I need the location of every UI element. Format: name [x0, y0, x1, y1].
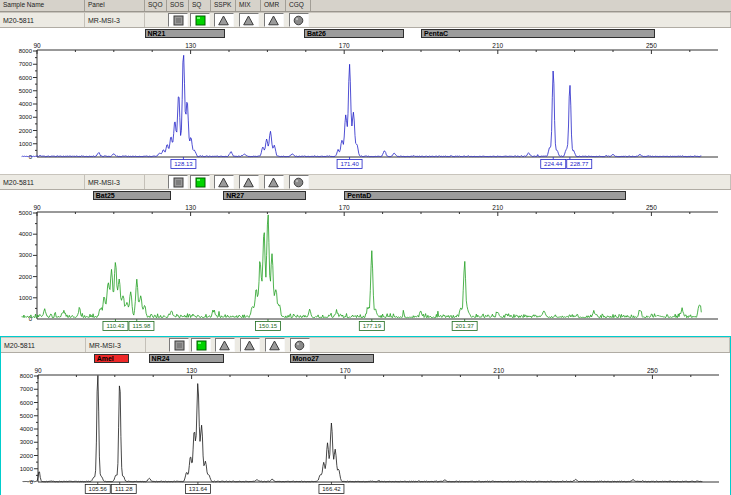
flag-omr-cell[interactable]	[261, 175, 286, 189]
row-filler	[311, 175, 731, 189]
peak-size-label[interactable]: 228.77	[567, 160, 592, 169]
flag-omr-triangle-icon[interactable]	[264, 175, 284, 189]
flag-sspk-triangle-icon[interactable]	[214, 175, 234, 189]
electropherogram-plot[interactable]: 9013017021025010002000300040005000600070…	[0, 40, 731, 171]
flag-sos-cell[interactable]	[168, 338, 190, 352]
y-tick-label: 5000	[19, 210, 33, 216]
peak-size-label[interactable]: 128.13	[171, 160, 196, 169]
marker-bar-nr21[interactable]: NR21	[145, 29, 226, 38]
marker-bar-pentad[interactable]: PentaD	[344, 191, 626, 200]
flag-cgq-circle-icon[interactable]	[289, 13, 309, 27]
trace-line	[23, 376, 703, 482]
peak-size-value: 166.42	[322, 486, 341, 492]
flag-omr-cell[interactable]	[261, 13, 286, 27]
flag-mix-cell[interactable]	[237, 338, 262, 352]
marker-label: NR24	[152, 355, 170, 362]
electropherogram-plot[interactable]: 9013017021025010002000300040005000600070…	[1, 365, 731, 495]
marker-row: AmelNR24Mono27	[1, 353, 730, 365]
electropherogram-plot[interactable]: 90130170210250100020003000400050000110.4…	[0, 202, 731, 333]
flag-sq-square-green-icon[interactable]	[190, 175, 210, 189]
marker-bar-bat26[interactable]: Bat26	[304, 29, 404, 38]
flag-sq-square-green-icon[interactable]	[190, 13, 210, 27]
marker-row: NR21Bat26PentaC	[0, 28, 731, 40]
flag-mix-cell[interactable]	[236, 175, 261, 189]
flag-sspk-cell[interactable]	[211, 175, 236, 189]
marker-bar-pentac[interactable]: PentaC	[421, 29, 655, 38]
flag-cgq-circle-icon[interactable]	[289, 175, 309, 189]
peak-size-value: 228.77	[570, 161, 589, 167]
flag-mix-triangle-icon[interactable]	[239, 175, 259, 189]
flag-sos-square-icon[interactable]	[168, 13, 188, 27]
sample-row[interactable]: M20-5811 MR-MSI-3	[0, 12, 731, 28]
peak-size-label[interactable]: 150.15	[255, 322, 280, 331]
peak-size-label[interactable]: 110.43	[103, 322, 128, 331]
flag-sq-cell[interactable]	[189, 13, 211, 27]
marker-row: Bat25NR27PentaD	[0, 190, 731, 202]
flag-cgq-cell[interactable]	[286, 13, 311, 27]
peak-size-label[interactable]: 224.44	[541, 160, 566, 169]
flag-sq-cell[interactable]	[189, 175, 211, 189]
panel-name-cell[interactable]: MR-MSI-3	[86, 338, 146, 352]
flag-sspk-cell[interactable]	[211, 13, 236, 27]
peak-size-label[interactable]: 171.40	[337, 160, 362, 169]
peak-size-value: 105.56	[89, 486, 108, 492]
row-filler	[312, 338, 730, 352]
flag-mix-triangle-icon[interactable]	[239, 13, 259, 27]
flag-sos-cell[interactable]	[167, 175, 189, 189]
marker-bar-nr27[interactable]: NR27	[223, 191, 306, 200]
marker-bar-nr24[interactable]: NR24	[149, 354, 225, 363]
flag-sq-square-green-icon[interactable]	[191, 338, 211, 352]
y-tick-label: 2000	[20, 453, 34, 459]
peak-size-label[interactable]: 166.42	[319, 485, 344, 494]
flag-mix-triangle-icon[interactable]	[240, 338, 260, 352]
sample-panel-3[interactable]: M20-5811 MR-MSI-3 AmelNR24Mono27 9013017…	[0, 336, 731, 495]
y-tick-label: 4000	[19, 101, 33, 107]
sample-name-cell[interactable]: M20-5811	[0, 175, 85, 189]
flag-cgq-circle-icon[interactable]	[290, 338, 310, 352]
marker-bar-bat25[interactable]: Bat25	[93, 191, 172, 200]
y-tick-label: 3000	[19, 114, 33, 120]
peak-size-label[interactable]: 177.19	[359, 322, 384, 331]
peak-size-label[interactable]: 111.28	[111, 485, 136, 494]
flag-sspk-cell[interactable]	[212, 338, 237, 352]
y-tick-label: 7000	[19, 61, 33, 67]
peak-size-value: 131.64	[189, 486, 208, 492]
sample-row[interactable]: M20-5811 MR-MSI-3	[0, 174, 731, 190]
trace-line	[22, 55, 702, 156]
header-col-omr: OMR	[261, 0, 286, 11]
sample-name-cell[interactable]: M20-5811	[1, 338, 86, 352]
peak-size-label[interactable]: 105.56	[85, 485, 110, 494]
flag-sos-cell[interactable]	[167, 13, 189, 27]
panel-name-cell[interactable]: MR-MSI-3	[85, 13, 145, 27]
sample-panel-2[interactable]: M20-5811 MR-MSI-3 Bat25NR27PentaD 901301…	[0, 174, 731, 333]
sample-row[interactable]: M20-5811 MR-MSI-3	[1, 337, 730, 353]
marker-label: NR27	[226, 192, 244, 199]
peak-size-value: 110.43	[106, 323, 125, 329]
peak-size-value: 128.13	[174, 161, 193, 167]
flag-cgq-cell[interactable]	[287, 338, 312, 352]
sample-panel-1[interactable]: M20-5811 MR-MSI-3 NR21Bat26PentaC 901301…	[0, 12, 731, 171]
peak-size-label[interactable]: 131.64	[185, 485, 210, 494]
flag-mix-cell[interactable]	[236, 13, 261, 27]
flag-cgq-cell[interactable]	[286, 175, 311, 189]
flag-omr-triangle-icon[interactable]	[265, 338, 285, 352]
peak-size-label[interactable]: 201.37	[452, 322, 477, 331]
flag-sos-square-icon[interactable]	[168, 175, 188, 189]
flag-sq-cell[interactable]	[190, 338, 212, 352]
x-tick-label: 90	[34, 367, 42, 374]
peak-size-value: 150.15	[259, 323, 278, 329]
peak-size-label[interactable]: 115.98	[129, 322, 154, 331]
peak-size-value: 177.19	[363, 323, 382, 329]
flag-sspk-triangle-icon[interactable]	[215, 338, 235, 352]
marker-bar-mono27[interactable]: Mono27	[290, 354, 375, 363]
flag-omr-cell[interactable]	[262, 338, 287, 352]
marker-bar-amel[interactable]: Amel	[94, 354, 130, 363]
x-tick-label: 130	[185, 42, 196, 49]
flag-omr-triangle-icon[interactable]	[264, 13, 284, 27]
flag-sos-square-icon[interactable]	[169, 338, 189, 352]
panel-name-cell[interactable]: MR-MSI-3	[85, 175, 145, 189]
header-col-cgq: CGQ	[286, 0, 311, 11]
flag-sspk-triangle-icon[interactable]	[214, 13, 234, 27]
marker-label: Mono27	[293, 355, 319, 362]
sample-name-cell[interactable]: M20-5811	[0, 13, 85, 27]
